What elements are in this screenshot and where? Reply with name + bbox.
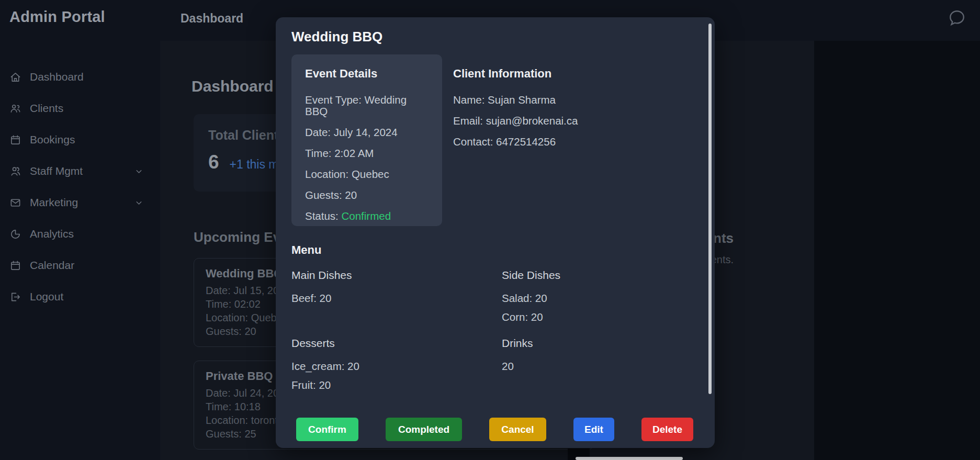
menu-main-dishes: Main Dishes Beef: 20 <box>291 269 502 327</box>
staff-icon <box>9 165 21 177</box>
mail-icon <box>9 197 21 209</box>
menu-item: Fruit: 20 <box>291 376 502 395</box>
event-details-heading: Event Details <box>305 67 429 81</box>
menu-item: Corn: 20 <box>502 308 712 327</box>
home-icon <box>9 71 21 83</box>
page-title: Dashboard <box>192 77 274 95</box>
logout-icon <box>9 291 21 303</box>
menu-section-title: Desserts <box>291 337 502 350</box>
sidebar-nav: Dashboard Clients Bookings Staff Mgmt Ma… <box>0 61 160 312</box>
sidebar-item-analytics[interactable]: Analytics <box>0 218 160 250</box>
menu-grid: Main Dishes Beef: 20 Side Dishes Salad: … <box>291 269 705 395</box>
chevron-down-icon <box>134 167 143 176</box>
menu-side-dishes: Side Dishes Salad: 20 Corn: 20 <box>502 269 712 327</box>
sidebar-item-label: Clients <box>30 102 63 115</box>
client-info-panel: Client Information Name: Sujan Sharma Em… <box>453 54 683 157</box>
sidebar-item-label: Logout <box>30 290 63 303</box>
sidebar: Admin Portal Dashboard Clients Bookings … <box>0 0 160 460</box>
topbar-title: Dashboard <box>181 12 243 26</box>
event-details-modal: Wedding BBQ Event Details Event Type: We… <box>276 17 715 448</box>
calendar-icon <box>9 134 21 146</box>
menu-section-title: Drinks <box>502 337 712 350</box>
sidebar-item-calendar[interactable]: Calendar <box>0 250 160 281</box>
menu-section-title: Main Dishes <box>291 269 502 282</box>
menu-heading: Menu <box>291 243 705 257</box>
stats-card-value: 6 <box>208 151 219 173</box>
sidebar-item-marketing[interactable]: Marketing <box>0 187 160 218</box>
pie-chart-icon <box>9 228 21 240</box>
modal-scrollbar-thumb[interactable] <box>708 24 712 394</box>
app-title: Admin Portal <box>9 8 105 26</box>
users-icon <box>9 103 21 115</box>
menu-section: Menu Main Dishes Beef: 20 Side Dishes Sa… <box>291 243 705 395</box>
client-email-line: Email: sujan@brokenai.ca <box>453 115 683 127</box>
completed-button[interactable]: Completed <box>386 418 462 441</box>
chat-button[interactable] <box>948 8 968 29</box>
sidebar-item-dashboard[interactable]: Dashboard <box>0 61 160 93</box>
event-type-line: Event Type: Wedding BBQ <box>305 94 429 117</box>
modal-actions: Confirm Completed Cancel Edit Delete <box>296 418 693 441</box>
sidebar-item-label: Marketing <box>30 196 78 209</box>
event-status-line: Status: Confirmed <box>305 210 429 222</box>
cancel-button[interactable]: Cancel <box>489 418 546 441</box>
sidebar-item-logout[interactable]: Logout <box>0 281 160 312</box>
event-details-panel: Event Details Event Type: Wedding BBQ Da… <box>291 54 442 226</box>
menu-drinks: Drinks 20 <box>502 337 712 395</box>
client-name-line: Name: Sujan Sharma <box>453 94 683 106</box>
calendar-icon <box>9 260 21 272</box>
edit-button[interactable]: Edit <box>573 418 614 441</box>
horizontal-scrollbar-thumb[interactable] <box>576 457 683 460</box>
sidebar-item-staff-mgmt[interactable]: Staff Mgmt <box>0 155 160 187</box>
event-location-line: Location: Quebec <box>305 169 429 180</box>
menu-desserts: Desserts Ice_cream: 20 Fruit: 20 <box>291 337 502 395</box>
menu-item: 20 <box>502 357 712 376</box>
screen: Dashboard Admin Portal Dashboard Clients… <box>0 0 980 460</box>
sidebar-item-label: Calendar <box>30 259 74 272</box>
status-label: Status: <box>305 210 342 222</box>
confirm-button[interactable]: Confirm <box>296 418 358 441</box>
event-time-line: Time: 2:02 AM <box>305 148 429 159</box>
speech-bubble-icon <box>948 8 966 27</box>
delete-button[interactable]: Delete <box>641 418 693 441</box>
event-date-line: Date: July 14, 2024 <box>305 127 429 138</box>
sidebar-item-clients[interactable]: Clients <box>0 93 160 124</box>
sidebar-item-label: Staff Mgmt <box>30 165 83 177</box>
sidebar-item-label: Dashboard <box>30 71 84 83</box>
menu-item: Salad: 20 <box>502 289 712 308</box>
client-info-heading: Client Information <box>453 67 683 81</box>
sidebar-item-label: Analytics <box>30 228 74 240</box>
menu-item: Ice_cream: 20 <box>291 357 502 376</box>
client-contact-line: Contact: 6472514256 <box>453 136 683 148</box>
menu-item: Beef: 20 <box>291 289 502 308</box>
sidebar-item-label: Bookings <box>30 133 75 146</box>
status-badge: Confirmed <box>342 210 391 222</box>
event-guests-line: Guests: 20 <box>305 189 429 201</box>
sidebar-item-bookings[interactable]: Bookings <box>0 124 160 155</box>
chevron-down-icon <box>134 198 143 207</box>
menu-section-title: Side Dishes <box>502 269 712 282</box>
modal-title: Wedding BBQ <box>291 29 382 45</box>
